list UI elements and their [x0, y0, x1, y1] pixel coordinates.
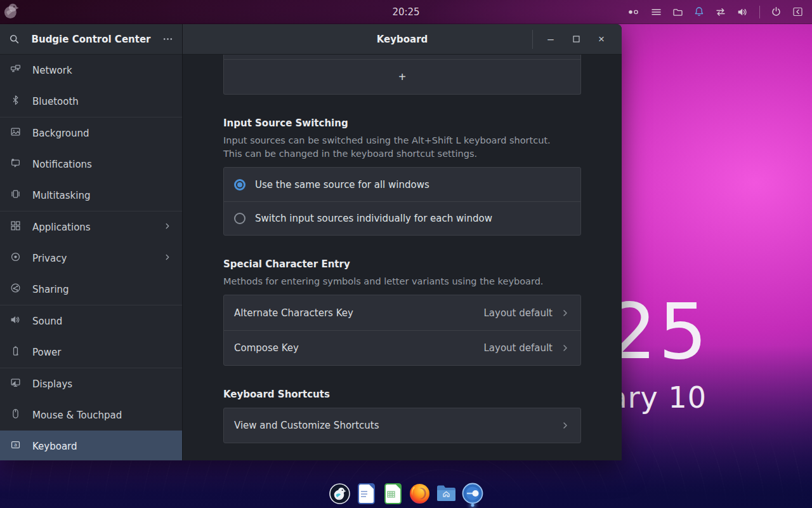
sidebar-item-displays[interactable]: Displays — [0, 368, 182, 399]
sidebar-item-label: Keyboard — [32, 441, 172, 452]
background-icon — [10, 126, 21, 140]
sidebar-item-bluetooth[interactable]: Bluetooth — [0, 86, 182, 117]
dock-budgie-menu[interactable] — [329, 481, 350, 505]
app-title: Budgie Control Center — [20, 34, 162, 45]
desktop: 20:25 January 10 20:25 — [0, 0, 812, 508]
primary-menu-button[interactable] — [162, 34, 173, 44]
dock-budgie-control-center[interactable] — [462, 481, 483, 505]
power-battery-icon — [10, 345, 21, 359]
sidebar: Budgie Control Center Network — [0, 24, 183, 460]
top-panel: 20:25 — [0, 0, 812, 24]
section-description: Methods for entering symbols and letter … — [223, 275, 581, 288]
budgie-control-center-icon — [462, 483, 483, 504]
sidebar-item-label: Notifications — [32, 159, 172, 170]
sidebar-item-mouse-touchpad[interactable]: Mouse & Touchpad — [0, 399, 182, 431]
sidebar-item-power[interactable]: Power — [0, 337, 182, 368]
keyboard-shortcuts-card: View and Customize Shortcuts — [223, 408, 581, 443]
sidebar-item-network[interactable]: Network — [0, 55, 182, 86]
section-description: Input sources can be switched using the … — [223, 134, 581, 161]
row-value: Layout default — [483, 342, 553, 354]
firefox-icon — [409, 483, 430, 504]
radio-unselected-icon[interactable] — [234, 213, 246, 224]
sidebar-item-label: Background — [32, 128, 172, 139]
network-icon — [10, 64, 21, 77]
control-center-window: Budgie Control Center Network — [0, 24, 622, 460]
row-label: Alternate Characters Key — [234, 307, 483, 319]
add-input-source-button[interactable]: + — [224, 59, 580, 94]
description-line-1: Input sources can be switched using the … — [223, 134, 581, 147]
chevron-right-icon — [560, 308, 570, 318]
displays-icon — [10, 377, 21, 391]
section-heading-special-character-entry: Special Character Entry — [223, 258, 581, 270]
dock-libreoffice-writer[interactable] — [355, 481, 377, 505]
dock — [0, 481, 812, 505]
dock-firefox[interactable] — [409, 481, 430, 505]
sidebar-item-label: Mouse & Touchpad — [32, 410, 172, 421]
sidebar-item-multitasking[interactable]: Multitasking — [0, 180, 182, 211]
sidebar-item-privacy[interactable]: Privacy — [0, 243, 182, 274]
option-same-source[interactable]: Use the same source for all windows — [224, 168, 580, 201]
titlebar[interactable]: Keyboard – × — [183, 24, 622, 55]
sound-icon — [10, 314, 21, 328]
sidebar-item-label: Sharing — [32, 284, 172, 295]
sidebar-item-background[interactable]: Background — [0, 117, 182, 149]
row-label: View and Customize Shortcuts — [234, 420, 560, 431]
mouse-icon — [10, 408, 21, 422]
panel-clock[interactable]: 20:25 — [0, 6, 812, 18]
sidebar-item-label: Sound — [32, 316, 172, 327]
sharing-icon — [10, 283, 21, 296]
input-source-row-partial — [224, 55, 580, 59]
sidebar-header: Budgie Control Center — [0, 24, 182, 55]
bluetooth-icon — [10, 95, 21, 108]
dock-libreoffice-calc[interactable] — [382, 481, 403, 505]
compose-key-row[interactable]: Compose Key Layout default — [224, 330, 580, 365]
budgie-menu-icon — [329, 483, 350, 504]
sidebar-item-label: Applications — [32, 222, 152, 233]
libreoffice-calc-icon — [384, 483, 402, 504]
svg-text:a: a — [14, 442, 17, 448]
chevron-right-icon — [560, 343, 570, 353]
view-customize-shortcuts-row[interactable]: View and Customize Shortcuts — [224, 408, 580, 443]
notifications-icon — [10, 157, 21, 171]
sidebar-item-label: Bluetooth — [32, 96, 172, 107]
alternate-characters-key-row[interactable]: Alternate Characters Key Layout default — [224, 295, 580, 330]
section-heading-input-source-switching: Input Source Switching — [223, 117, 581, 129]
sidebar-item-applications[interactable]: Applications — [0, 211, 182, 243]
sidebar-item-sound[interactable]: Sound — [0, 305, 182, 337]
sidebar-item-notifications[interactable]: Notifications — [0, 149, 182, 180]
row-value: Layout default — [483, 307, 553, 319]
input-source-switching-card: Use the same source for all windows Swit… — [223, 167, 581, 236]
applications-icon — [10, 220, 21, 234]
input-sources-card: + — [223, 55, 581, 95]
description-line-2: This can be changed in the keyboard shor… — [223, 147, 581, 161]
sidebar-item-label: Displays — [32, 378, 172, 390]
radio-selected-icon[interactable] — [234, 179, 246, 190]
keyboard-icon: a — [10, 439, 21, 453]
sidebar-item-sharing[interactable]: Sharing — [0, 274, 182, 305]
sidebar-list: Network Bluetooth — [0, 55, 182, 460]
option-label: Switch input sources individually for ea… — [255, 213, 492, 224]
privacy-icon — [10, 251, 21, 265]
window-title: Keyboard — [183, 34, 622, 45]
multitasking-icon — [10, 189, 21, 202]
search-button[interactable] — [9, 34, 20, 44]
dock-file-manager[interactable] — [435, 481, 457, 505]
sidebar-item-label: Multitasking — [32, 190, 172, 201]
row-label: Compose Key — [234, 342, 483, 354]
running-indicator — [471, 504, 475, 507]
sidebar-item-label: Power — [32, 347, 172, 358]
main-pane: Keyboard – × + — [183, 24, 622, 460]
chevron-right-icon — [560, 420, 570, 431]
sidebar-item-keyboard[interactable]: a Keyboard — [0, 431, 182, 460]
option-individual-source[interactable]: Switch input sources individually for ea… — [224, 201, 580, 235]
section-heading-keyboard-shortcuts: Keyboard Shortcuts — [223, 389, 581, 400]
keyboard-settings-content: + Input Source Switching Input sources c… — [183, 55, 622, 460]
sidebar-item-label: Privacy — [32, 253, 152, 264]
special-character-entry-card: Alternate Characters Key Layout default … — [223, 295, 581, 366]
file-manager-icon — [436, 485, 457, 502]
plus-icon: + — [398, 70, 406, 84]
sidebar-item-label: Network — [32, 65, 172, 76]
chevron-right-icon — [163, 221, 172, 233]
option-label: Use the same source for all windows — [255, 179, 429, 190]
libreoffice-writer-icon — [358, 483, 375, 504]
